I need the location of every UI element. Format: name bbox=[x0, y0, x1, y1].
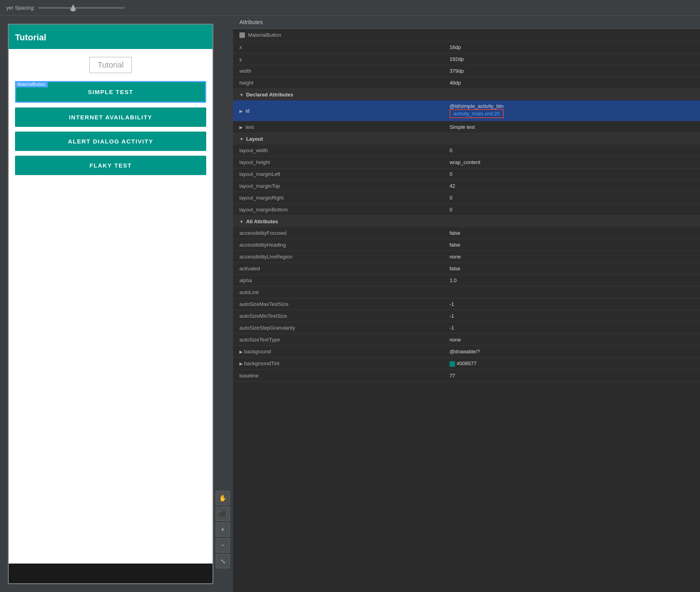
basic-attr-row[interactable]: x16dp bbox=[233, 41, 700, 53]
layout-icon: ⬛ bbox=[219, 510, 227, 518]
component-name: MaterialButton bbox=[248, 32, 281, 38]
all-attr-row[interactable]: autoSizeStepGranularity-1 bbox=[233, 322, 700, 334]
all-attr-row[interactable]: ▶backgroundTint#008577 bbox=[233, 358, 700, 370]
all-attr-value bbox=[443, 287, 700, 298]
basic-attr-value: 379dp bbox=[443, 65, 700, 77]
component-row: MaterialButton bbox=[233, 29, 700, 41]
all-attr-value: -1 bbox=[443, 322, 700, 334]
layout-attr-value: 0 bbox=[443, 204, 700, 216]
hand-tool-button[interactable]: ✋ bbox=[216, 491, 230, 505]
layout-tool-button[interactable]: ⬛ bbox=[216, 507, 230, 521]
plus-icon: + bbox=[221, 526, 224, 533]
tutorial-text-display: Tutorial bbox=[89, 57, 132, 73]
layout-attributes-table: layout_width0layout_heightwrap_contentla… bbox=[233, 145, 700, 216]
all-attr-row[interactable]: activatedfalse bbox=[233, 263, 700, 275]
all-attr-key: accessibilityFocused bbox=[233, 227, 443, 239]
resize-button[interactable]: ⤡ bbox=[216, 554, 230, 568]
all-attr-row[interactable]: autoSizeMaxTextSize-1 bbox=[233, 298, 700, 310]
id-row[interactable]: ▶ id @id/simple_activity_btn activity_ma… bbox=[233, 100, 700, 121]
all-attr-value: @drawable/? bbox=[443, 346, 700, 358]
layout-attr-value: 0 bbox=[443, 192, 700, 204]
all-attr-key: autoSizeMinTextSize bbox=[233, 310, 443, 322]
all-attr-row[interactable]: ▶background@drawable/? bbox=[233, 346, 700, 358]
layout-attr-row[interactable]: layout_marginBottom0 bbox=[233, 204, 700, 216]
all-attr-row[interactable]: autoSizeTextTypenone bbox=[233, 334, 700, 346]
layout-attr-value: 42 bbox=[443, 180, 700, 192]
layout-attr-row[interactable]: layout_width0 bbox=[233, 145, 700, 156]
declared-attributes-table: ▶ id @id/simple_activity_btn activity_ma… bbox=[233, 100, 700, 133]
text-row[interactable]: ▶ text Simple test bbox=[233, 121, 700, 133]
all-attr-key: autoSizeMaxTextSize bbox=[233, 298, 443, 310]
basic-attr-row[interactable]: y192dp bbox=[233, 53, 700, 65]
slider-thumb[interactable] bbox=[70, 4, 77, 11]
layout-attr-key: layout_marginBottom bbox=[233, 204, 443, 216]
text-expand-arrow: ▶ bbox=[239, 125, 243, 130]
device-body: Tutorial MaterialButton SIMPLE TEST INTE… bbox=[9, 49, 213, 564]
expand-arrow: ▶ bbox=[239, 361, 243, 366]
zoom-in-button[interactable]: + bbox=[216, 522, 230, 537]
alert-dialog-button[interactable]: ALERT DIALOG ACTIVITY bbox=[15, 132, 206, 151]
internet-availability-container: INTERNET AVAILABILITY bbox=[15, 107, 206, 127]
device-header-title: Tutorial bbox=[15, 32, 46, 42]
top-bar: yer Spacing: bbox=[0, 0, 700, 16]
all-attr-key: accessibilityLiveRegion bbox=[233, 251, 443, 263]
device-frame: Tutorial Tutorial MaterialButton SIMPLE … bbox=[8, 24, 213, 584]
attributes-panel: Attributes MaterialButton x16dpy192dpwid… bbox=[233, 16, 700, 592]
all-attr-row[interactable]: autoLink bbox=[233, 287, 700, 298]
all-attr-key: activated bbox=[233, 263, 443, 275]
text-key: ▶ text bbox=[233, 121, 443, 133]
all-attr-row[interactable]: accessibilityHeadingfalse bbox=[233, 239, 700, 251]
all-attr-row[interactable]: accessibilityFocusedfalse bbox=[233, 227, 700, 239]
text-key-label: text bbox=[246, 124, 254, 130]
layout-attr-row[interactable]: layout_marginTop42 bbox=[233, 180, 700, 192]
attributes-header: Attributes bbox=[233, 16, 700, 29]
all-attr-value: -1 bbox=[443, 310, 700, 322]
all-attr-row[interactable]: accessibilityLiveRegionnone bbox=[233, 251, 700, 263]
device-panel: Tutorial Tutorial MaterialButton SIMPLE … bbox=[0, 16, 233, 592]
basic-attr-row[interactable]: height48dp bbox=[233, 77, 700, 89]
id-outlined-value[interactable]: activity_main.xml:20 bbox=[450, 109, 504, 118]
layout-attr-key: layout_height bbox=[233, 156, 443, 168]
all-attr-key: alpha bbox=[233, 275, 443, 287]
hand-icon: ✋ bbox=[219, 494, 227, 502]
all-attr-key: autoSizeTextType bbox=[233, 334, 443, 346]
all-attr-value: false bbox=[443, 239, 700, 251]
internet-availability-button[interactable]: INTERNET AVAILABILITY bbox=[15, 107, 206, 127]
layout-attr-row[interactable]: layout_marginLeft0 bbox=[233, 168, 700, 180]
layout-attr-value: 0 bbox=[443, 168, 700, 180]
all-attr-value: #008577 bbox=[443, 358, 700, 370]
layout-section-header[interactable]: ▼ Layout bbox=[233, 133, 700, 145]
layout-attr-row[interactable]: layout_marginRight0 bbox=[233, 192, 700, 204]
layout-chevron: ▼ bbox=[239, 137, 244, 141]
layout-attr-key: layout_marginTop bbox=[233, 180, 443, 192]
layout-attr-row[interactable]: layout_heightwrap_content bbox=[233, 156, 700, 168]
flaky-test-button[interactable]: FLAKY TEST bbox=[15, 156, 206, 175]
id-value-cell: @id/simple_activity_btn activity_main.xm… bbox=[443, 100, 700, 121]
resize-icon: ⤡ bbox=[220, 558, 226, 565]
declared-attributes-section[interactable]: ▼ Declared Attributes bbox=[233, 89, 700, 100]
basic-attr-key: x bbox=[233, 41, 443, 53]
all-attr-row[interactable]: autoSizeMinTextSize-1 bbox=[233, 310, 700, 322]
main-content: Tutorial Tutorial MaterialButton SIMPLE … bbox=[0, 16, 700, 592]
all-attr-value: -1 bbox=[443, 298, 700, 310]
layout-attr-value: wrap_content bbox=[443, 156, 700, 168]
device-header: Tutorial bbox=[9, 25, 213, 49]
layout-attr-key: layout_width bbox=[233, 145, 443, 156]
basic-attr-row[interactable]: width379dp bbox=[233, 65, 700, 77]
component-icon bbox=[239, 32, 245, 38]
zoom-out-button[interactable]: − bbox=[216, 538, 230, 552]
layer-spacing-slider[interactable] bbox=[38, 7, 125, 9]
id-value: @id/simple_activity_btn bbox=[450, 103, 694, 109]
all-attr-row[interactable]: baseline77 bbox=[233, 370, 700, 381]
material-button-label: MaterialButton bbox=[15, 81, 48, 87]
all-attr-key: accessibilityHeading bbox=[233, 239, 443, 251]
all-attr-row[interactable]: alpha1.0 bbox=[233, 275, 700, 287]
all-attr-key: autoSizeStepGranularity bbox=[233, 322, 443, 334]
all-attr-value: none bbox=[443, 334, 700, 346]
expand-arrow: ▶ bbox=[239, 349, 243, 354]
basic-attr-value: 16dp bbox=[443, 41, 700, 53]
all-attributes-section-header[interactable]: ▼ All Attributes bbox=[233, 216, 700, 227]
device-bottom-bar bbox=[9, 564, 213, 583]
basic-attr-key: y bbox=[233, 53, 443, 65]
flaky-test-container: FLAKY TEST bbox=[15, 156, 206, 175]
